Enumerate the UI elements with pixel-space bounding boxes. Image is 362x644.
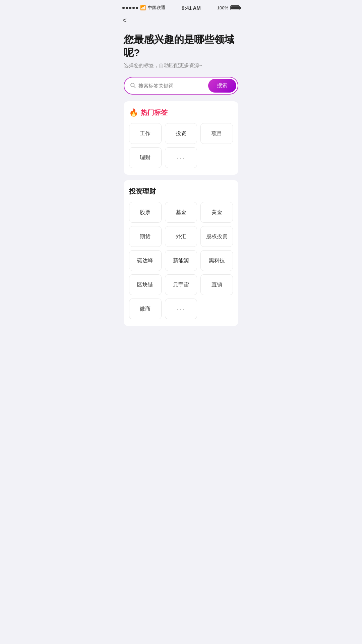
status-bar: 📶 中国联通 9:41 AM 100%	[116, 0, 246, 13]
back-chevron-icon: <	[122, 16, 127, 24]
hot-tags-title: 热门标签	[141, 108, 168, 117]
battery-icon	[230, 5, 240, 10]
tag-more-invest[interactable]: ···	[165, 299, 197, 319]
back-button[interactable]: <	[116, 13, 246, 28]
search-bar: 搜索	[124, 77, 238, 95]
tag-equity[interactable]: 股权投资	[200, 226, 233, 247]
tag-more-hot[interactable]: ···	[165, 147, 197, 168]
tag-finance[interactable]: 理财	[129, 147, 162, 168]
svg-line-1	[134, 86, 135, 88]
status-left: 📶 中国联通	[122, 5, 165, 11]
hot-tags-grid: 工作 投资 项目 理财 ···	[129, 123, 233, 168]
invest-tags-title: 投资理财	[129, 187, 233, 196]
page-content: 您最感兴趣的是哪些领域呢? 选择您的标签，自动匹配更多资源~ 搜索 🔥 热门标签…	[116, 28, 246, 345]
tag-invest[interactable]: 投资	[165, 123, 197, 144]
battery-percent: 100%	[217, 5, 228, 10]
tag-metaverse[interactable]: 元宇宙	[165, 274, 197, 295]
signal-icon	[122, 7, 138, 9]
tag-hightech[interactable]: 黑科技	[200, 250, 233, 271]
page-title: 您最感兴趣的是哪些领域呢?	[124, 33, 238, 59]
invest-tags-grid: 股票 基金 黄金 期货 外汇 股权投资 碳达峰 新能源	[129, 202, 233, 319]
tag-stocks[interactable]: 股票	[129, 202, 162, 223]
page-subtitle: 选择您的标签，自动匹配更多资源~	[124, 62, 238, 69]
tag-forex[interactable]: 外汇	[165, 226, 197, 247]
tag-newenergy[interactable]: 新能源	[165, 250, 197, 271]
tag-blockchain[interactable]: 区块链	[129, 274, 162, 295]
wifi-icon: 📶	[140, 5, 146, 10]
tag-project[interactable]: 项目	[200, 123, 233, 144]
tag-directsales[interactable]: 直销	[200, 274, 233, 295]
search-icon	[130, 82, 136, 90]
tag-carbon[interactable]: 碳达峰	[129, 250, 162, 271]
status-right: 100%	[217, 5, 240, 10]
carrier-label: 中国联通	[148, 5, 165, 11]
hot-tags-header: 🔥 热门标签	[129, 108, 233, 117]
tag-gold[interactable]: 黄金	[200, 202, 233, 223]
bottom-spacer	[124, 331, 238, 345]
tag-wechat[interactable]: 微商	[129, 299, 162, 319]
invest-tags-card: 投资理财 股票 基金 黄金 期货 外汇 股权投资 碳达峰	[124, 180, 238, 326]
time-label: 9:41 AM	[182, 5, 201, 11]
search-input[interactable]	[138, 83, 208, 89]
tag-funds[interactable]: 基金	[165, 202, 197, 223]
fire-icon: 🔥	[129, 108, 138, 117]
hot-tags-card: 🔥 热门标签 工作 投资 项目 理财 ···	[124, 101, 238, 175]
tag-work[interactable]: 工作	[129, 123, 162, 144]
search-button[interactable]: 搜索	[208, 79, 236, 93]
tag-futures[interactable]: 期货	[129, 226, 162, 247]
